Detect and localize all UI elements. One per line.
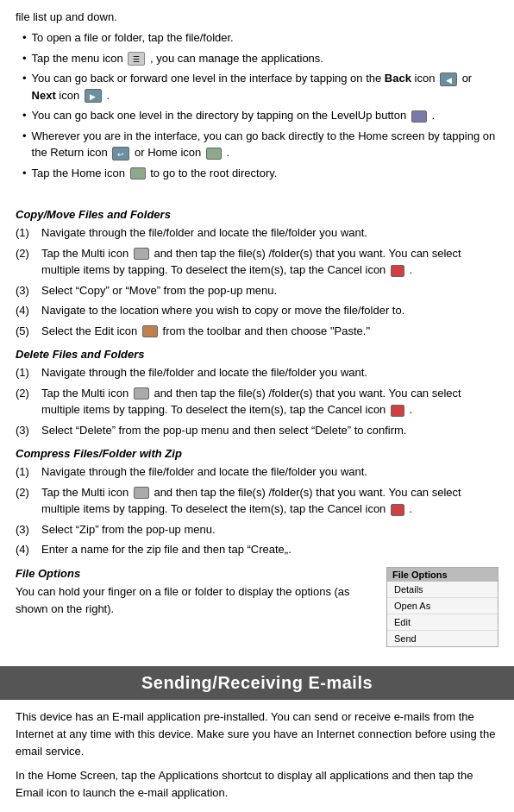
copy-move-item-2: (2) Tap the Multi icon and then tap the … [16, 245, 498, 279]
delete-list: (1) Navigate through the file/folder and… [16, 364, 498, 438]
home-icon-1 [206, 148, 222, 160]
home-screen-before: Wherever you are in the interface, you c… [32, 129, 496, 160]
intro-bullet-list: To open a file or folder, tap the file/f… [16, 29, 498, 181]
return-icon: ↩ [112, 147, 129, 161]
file-options-section: File Options Details Open As Edit Send F… [16, 567, 498, 652]
bullet-home-screen: Wherever you are in the interface, you c… [22, 128, 498, 161]
bullet-open-file-text: To open a file or folder, tap the file/f… [32, 29, 234, 47]
file-options-details[interactable]: Details [387, 582, 498, 598]
email-section-banner: Sending/Receiving E-mails [0, 666, 514, 700]
compress-text-4: Enter a name for the zip file and then t… [41, 541, 291, 558]
intro-line1: file list up and down. [16, 9, 498, 26]
compress-2-before: Tap the Multi icon [41, 486, 132, 499]
bullet-open-file: To open a file or folder, tap the file/f… [22, 29, 498, 47]
copy-move-item-4: (4) Navigate to the location where you w… [16, 302, 498, 319]
copy-move-text-3: Select “Copy” or “Move” from the pop-up … [41, 282, 277, 299]
multi-icon-3 [134, 487, 149, 499]
bullet-tap-menu-before: Tap the menu icon [32, 52, 123, 65]
cancel-icon-3 [391, 504, 404, 516]
home-screen-or: or Home icon [135, 146, 204, 159]
copy-move-2-before: Tap the Multi icon [41, 247, 132, 260]
delete-2-before: Tap the Multi icon [41, 387, 132, 400]
copy-move-item-1: (1) Navigate through the file/folder and… [16, 224, 498, 242]
file-options-send[interactable]: Send [387, 631, 498, 646]
home-root-before: Tap the Home icon [32, 167, 128, 179]
copy-move-5-before: Select the Edit icon [41, 324, 141, 337]
bullet-tap-menu: Tap the menu icon ☰ , you can manage the… [22, 50, 498, 67]
next-icon: ▶ [85, 89, 102, 103]
file-options-box-title: File Options [387, 568, 498, 582]
bullet-tap-menu-after: , you can manage the applications. [150, 52, 323, 65]
bullet-home-root: Tap the Home icon to go to the root dire… [22, 165, 498, 182]
compress-item-1: (1) Navigate through the file/folder and… [16, 463, 498, 481]
compress-text-3: Select “Zip” from the pop-up menu. [41, 521, 216, 538]
copy-move-text-4: Navigate to the location where you wish … [41, 302, 404, 319]
file-options-openas[interactable]: Open As [387, 598, 498, 614]
delete-item-3: (3) Select “Delete” from the pop-up menu… [16, 422, 498, 439]
compress-list: (1) Navigate through the file/folder and… [16, 463, 498, 558]
copy-move-5-after: from the toolbar and then choose "Paste.… [163, 324, 371, 337]
delete-item-1: (1) Navigate through the file/folder and… [16, 364, 498, 381]
copy-move-text-1: Navigate through the file/folder and loc… [41, 224, 367, 242]
copy-move-item-5: (5) Select the Edit icon from the toolba… [16, 323, 498, 340]
bullet-level-up: You can go back one level in the directo… [22, 107, 498, 124]
back-fwd-period: . [106, 89, 110, 102]
compress-text-1: Navigate through the file/folder and loc… [41, 463, 367, 481]
copy-move-item-3: (3) Select “Copy” or “Move” from the pop… [16, 282, 498, 299]
copy-move-list: (1) Navigate through the file/folder and… [16, 224, 498, 339]
compress-item-2: (2) Tap the Multi icon and then tap the … [16, 484, 498, 518]
copy-move-heading: Copy/Move Files and Folders [16, 208, 498, 221]
bullet-back-forward: You can go back or forward one level in … [22, 70, 498, 104]
menu-icon: ☰ [128, 52, 145, 66]
level-up-text: You can go back one level in the directo… [32, 109, 410, 122]
compress-heading: Compress Files/Folder with Zip [16, 447, 498, 460]
cancel-icon-1 [391, 265, 404, 277]
delete-heading: Delete Files and Folders [16, 348, 498, 361]
file-options-edit[interactable]: Edit [387, 614, 498, 631]
levelup-icon [411, 110, 427, 123]
compress-item-3: (3) Select “Zip” from the pop-up menu. [16, 521, 498, 538]
back-icon: ◀ [440, 72, 457, 86]
back-fwd-before: You can go back or forward one level in … [32, 72, 438, 85]
home-icon-2 [130, 167, 146, 179]
delete-text-3: Select “Delete” from the pop-up menu and… [41, 422, 406, 439]
multi-icon-2 [134, 387, 149, 400]
home-root-after: to go to the root directory. [150, 167, 277, 179]
cancel-icon-2 [391, 405, 404, 417]
compress-item-4: (4) Enter a name for the zip file and th… [16, 541, 498, 558]
multi-icon-1 [134, 248, 149, 260]
delete-item-2: (2) Tap the Multi icon and then tap the … [16, 385, 498, 419]
email-para2: In the Home Screen, tap the Applications… [16, 767, 498, 802]
edit-icon-1 [142, 325, 158, 337]
delete-text-1: Navigate through the file/folder and loc… [41, 364, 367, 381]
email-para1: This device has an E-mail application pr… [16, 708, 498, 760]
file-options-box: File Options Details Open As Edit Send [386, 567, 498, 647]
